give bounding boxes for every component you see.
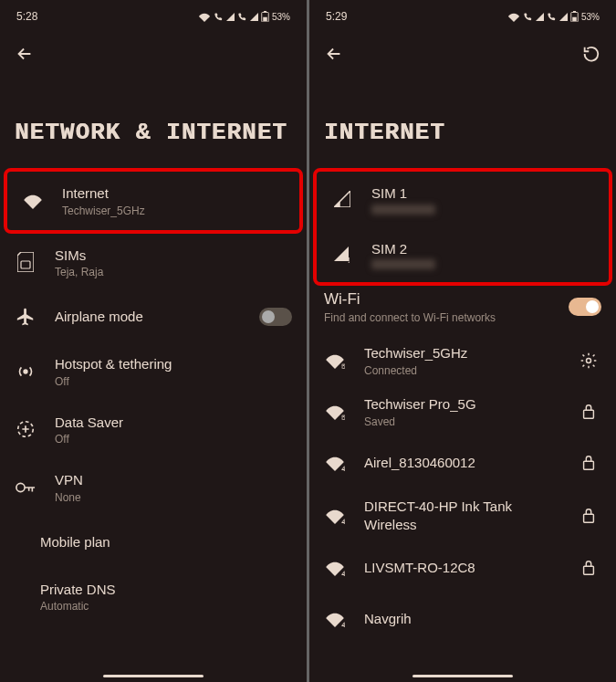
- back-button[interactable]: [324, 44, 344, 64]
- svg-text:4: 4: [341, 465, 345, 471]
- row-mobile-plan[interactable]: Mobile plan: [0, 517, 307, 568]
- svg-text:5: 5: [341, 414, 345, 420]
- row-datasaver[interactable]: Data Saver Off: [0, 401, 307, 459]
- status-right: 53%: [507, 11, 600, 22]
- network-name: Navgrih: [364, 610, 601, 628]
- svg-text:5: 5: [341, 362, 345, 369]
- wifi-sub: Find and connect to Wi-Fi networks: [324, 311, 496, 324]
- row-title: Internet: [62, 184, 285, 203]
- status-time: 5:29: [326, 10, 347, 23]
- status-time: 5:28: [16, 10, 37, 23]
- svg-rect-18: [584, 514, 594, 522]
- home-indicator[interactable]: [103, 675, 204, 677]
- wifi-signal-icon: 4: [324, 455, 346, 471]
- wifi-signal-icon: 5: [324, 404, 346, 420]
- screen-internet: 5:29 53% INTERNET SIM 1: [309, 0, 616, 682]
- wifi-label: Wi-Fi: [324, 289, 496, 310]
- network-sub: Connected: [364, 364, 558, 377]
- row-sims[interactable]: SIMs Teja, Raja: [0, 234, 307, 292]
- svg-rect-14: [584, 410, 594, 418]
- row-internet[interactable]: Internet Techwiser_5GHz: [7, 172, 299, 230]
- wifi-network-row[interactable]: 5 Techwiser Pro_5G Saved: [309, 386, 616, 437]
- wifi-signal-icon: 5: [324, 352, 346, 369]
- svg-rect-16: [584, 461, 594, 469]
- airplane-toggle[interactable]: [259, 308, 292, 326]
- svg-text:!: !: [348, 256, 350, 263]
- wifi-network-row[interactable]: 4 LIVSMT-RO-12C8: [309, 542, 616, 593]
- svg-point-4: [24, 370, 27, 373]
- row-sim1[interactable]: SIM 1: [317, 172, 609, 227]
- topbar: [0, 27, 307, 64]
- lock-icon: [576, 560, 601, 576]
- svg-rect-1: [263, 17, 267, 22]
- svg-rect-3: [21, 261, 30, 268]
- airplane-icon: [15, 307, 37, 327]
- svg-point-6: [16, 483, 25, 491]
- row-hotspot[interactable]: Hotspot & tethering Off: [0, 342, 307, 401]
- svg-text:4: 4: [341, 621, 345, 627]
- network-name: DIRECT-40-HP Ink Tank Wireless: [364, 498, 558, 533]
- svg-point-12: [587, 359, 591, 363]
- svg-text:4: 4: [341, 570, 345, 576]
- vpn-icon: [15, 480, 37, 495]
- highlight-sims: SIM 1 ! SIM 2: [313, 168, 612, 286]
- wifi-network-row[interactable]: 4 Navgrih: [309, 593, 616, 645]
- svg-rect-9: [573, 11, 576, 13]
- network-name: Techwiser Pro_5G: [364, 395, 558, 414]
- svg-rect-2: [264, 11, 266, 13]
- reset-icon[interactable]: [581, 44, 601, 64]
- screen-network-internet: 5:28 53% NETWORK & INTERNET Internet Tec…: [0, 0, 307, 682]
- wifi-section-header: Wi-Fi Find and connect to Wi-Fi networks: [309, 286, 616, 335]
- page-title: INTERNET: [309, 64, 616, 168]
- network-name: Techwiser_5GHz: [364, 344, 558, 362]
- wifi-signal-icon: 4: [324, 560, 346, 576]
- highlight-internet: Internet Techwiser_5GHz: [4, 168, 303, 234]
- row-sub: Techwiser_5GHz: [62, 205, 285, 217]
- wifi-network-row[interactable]: 5 Techwiser_5GHz Connected: [309, 335, 616, 386]
- lock-icon: [576, 404, 601, 420]
- lock-icon: [576, 455, 601, 471]
- topbar: [309, 27, 616, 64]
- status-bar: 5:28 53%: [0, 0, 307, 27]
- sim-icon: [15, 252, 37, 272]
- network-name: Airel_8130460012: [364, 454, 558, 472]
- back-button[interactable]: [15, 44, 35, 64]
- wifi-network-row[interactable]: 4 DIRECT-40-HP Ink Tank Wireless: [309, 488, 616, 542]
- signal-icon: [331, 191, 353, 207]
- home-indicator[interactable]: [412, 675, 513, 677]
- wifi-signal-icon: 4: [324, 611, 346, 627]
- wifi-signal-icon: 4: [324, 508, 346, 524]
- row-private-dns[interactable]: Private DNS Automatic: [0, 568, 307, 626]
- gear-icon[interactable]: [576, 351, 601, 370]
- wifi-icon: [22, 193, 44, 209]
- status-right: 53%: [198, 11, 290, 22]
- row-sim2[interactable]: ! SIM 2: [317, 227, 609, 283]
- wifi-network-row[interactable]: 4 Airel_8130460012: [309, 437, 616, 488]
- lock-icon: [576, 508, 601, 524]
- wifi-toggle[interactable]: [569, 298, 601, 316]
- datasaver-icon: [15, 419, 37, 439]
- network-name: LIVSMT-RO-12C8: [364, 559, 558, 577]
- svg-text:4: 4: [341, 518, 345, 524]
- page-title: NETWORK & INTERNET: [0, 64, 307, 168]
- sim2-carrier-redacted: [371, 259, 435, 269]
- svg-rect-8: [572, 17, 577, 22]
- sim1-carrier-redacted: [371, 205, 435, 215]
- signal-warning-icon: !: [331, 247, 353, 263]
- network-sub: Saved: [364, 415, 558, 428]
- svg-rect-20: [584, 566, 594, 574]
- row-vpn[interactable]: VPN None: [0, 458, 307, 517]
- hotspot-icon: [15, 362, 37, 382]
- status-bar: 5:29 53%: [309, 0, 616, 27]
- row-airplane[interactable]: Airplane mode: [0, 291, 307, 342]
